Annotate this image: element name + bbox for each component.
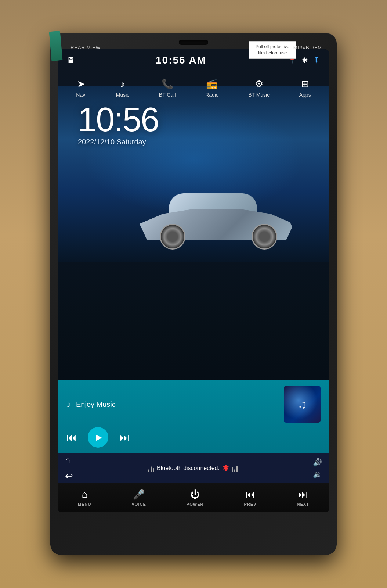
equalizer-right	[232, 464, 238, 472]
table-surface: REAR VIEW Pull off protective film befor…	[0, 0, 387, 588]
bluetooth-disconnected-icon: ✱	[223, 463, 229, 473]
menu-icon: ⌂	[82, 489, 87, 500]
car-stereo-device: REAR VIEW Pull off protective film befor…	[50, 33, 337, 555]
nav-item-btcall[interactable]: 📞 BT Call	[159, 78, 176, 98]
main-screen[interactable]: 🖥 10:56 AM 📍 ✱ 🎙 ➤ Navi ♪ Music	[58, 49, 329, 512]
nav-item-btmusic[interactable]: ⚙ BT Music	[248, 78, 270, 98]
tape-strip	[49, 31, 63, 61]
bottom-status-bar: ⌂ ↩ Bluetooth disconnected. ✱	[58, 453, 329, 483]
play-icon: ▶	[96, 433, 102, 442]
big-clock: 10:56	[78, 103, 159, 136]
music-label: Music	[116, 92, 130, 98]
music-player: ♪ Enjoy Music ♫ ⏮ ▶ ⏭	[58, 380, 329, 453]
music-icon: ♪	[120, 78, 125, 90]
apps-icon: ⊞	[301, 78, 309, 90]
btcall-label: BT Call	[159, 92, 176, 98]
power-icon: ⏻	[190, 489, 200, 500]
screen-icon: 🖥	[66, 55, 75, 65]
camera-slot	[179, 40, 208, 45]
music-controls: ⏮ ▶ ⏭	[66, 427, 321, 448]
eq-bar-2	[151, 466, 152, 472]
nav-item-radio[interactable]: 📻 Radio	[205, 78, 219, 98]
eq-bar-3	[153, 468, 154, 472]
bluetooth-status: Bluetooth disconnected. ✱	[73, 463, 313, 473]
volume-down-button[interactable]: 🔉	[313, 470, 322, 478]
play-button[interactable]: ▶	[88, 427, 108, 448]
prev-label: PREV	[244, 502, 257, 506]
apps-label: Apps	[299, 92, 311, 98]
car-wheel-right	[252, 224, 277, 250]
album-note-icon: ♫	[298, 398, 307, 411]
mic-icon: 🎙	[313, 56, 321, 65]
date-display: 2022/12/10 Saturday	[78, 138, 159, 146]
volume-up-button[interactable]: 🔊	[313, 458, 322, 467]
voice-icon: 🎤	[133, 489, 145, 500]
nav-item-navi[interactable]: ➤ Navi	[76, 78, 86, 98]
volume-buttons: 🔊 🔉	[313, 458, 322, 478]
eq-bar-6	[236, 466, 238, 472]
bluetooth-status-icon: ✱	[302, 56, 308, 65]
eq-bar-5	[234, 469, 235, 472]
navi-label: Navi	[76, 92, 86, 98]
rear-view-label: REAR VIEW	[70, 45, 101, 50]
music-album-art: ♫	[284, 386, 321, 423]
back-button[interactable]: ↩	[65, 470, 73, 482]
status-time: 10:56 AM	[156, 54, 206, 66]
pulloff-sticker: Pull off protective film before use	[249, 41, 296, 59]
next-label: NEXT	[297, 502, 309, 506]
voice-button[interactable]: 🎤 VOICE	[132, 489, 146, 506]
power-label: POWER	[187, 502, 204, 506]
nav-menu: ➤ Navi ♪ Music 📞 BT Call 📻 Radio ⚙ B	[58, 71, 329, 104]
next-button[interactable]: ⏭ NEXT	[297, 489, 309, 506]
mp5-label: MP5/BT/FM	[293, 45, 322, 50]
btmusic-icon: ⚙	[255, 78, 263, 90]
hardware-buttons: ⌂ MENU 🎤 VOICE ⏻ POWER ⏮ PREV ⏭ NEXT	[58, 483, 329, 512]
music-info: ♪ Enjoy Music	[66, 399, 116, 409]
radio-icon: 📻	[206, 78, 218, 90]
radio-label: Radio	[205, 92, 219, 98]
menu-label: MENU	[78, 502, 91, 506]
car-image	[140, 185, 294, 251]
eq-bar-4	[232, 467, 233, 472]
navi-icon: ➤	[77, 78, 85, 90]
btmusic-label: BT Music	[248, 92, 270, 98]
next-icon: ⏭	[298, 489, 308, 500]
prev-button[interactable]: ⏮ PREV	[244, 489, 257, 506]
music-note-icon: ♪	[66, 399, 71, 409]
prev-track-button[interactable]: ⏮	[66, 431, 77, 444]
music-top-row: ♪ Enjoy Music ♫	[66, 386, 321, 423]
nav-item-music[interactable]: ♪ Music	[116, 78, 130, 98]
prev-icon: ⏮	[246, 489, 255, 500]
menu-button[interactable]: ⌂ MENU	[78, 489, 91, 506]
next-track-button[interactable]: ⏭	[119, 431, 130, 444]
clock-overlay: 10:56 2022/12/10 Saturday	[78, 103, 159, 146]
btcall-icon: 📞	[162, 78, 173, 90]
music-title: Enjoy Music	[76, 400, 116, 409]
bt-status-text: Bluetooth disconnected.	[157, 465, 220, 472]
car-wheel-left	[160, 224, 185, 250]
eq-bar-1	[148, 469, 149, 472]
equalizer-left	[148, 464, 154, 472]
nav-item-apps[interactable]: ⊞ Apps	[299, 78, 311, 98]
home-button[interactable]: ⌂	[65, 455, 73, 466]
voice-label: VOICE	[132, 502, 146, 506]
power-button[interactable]: ⏻ POWER	[187, 489, 204, 506]
